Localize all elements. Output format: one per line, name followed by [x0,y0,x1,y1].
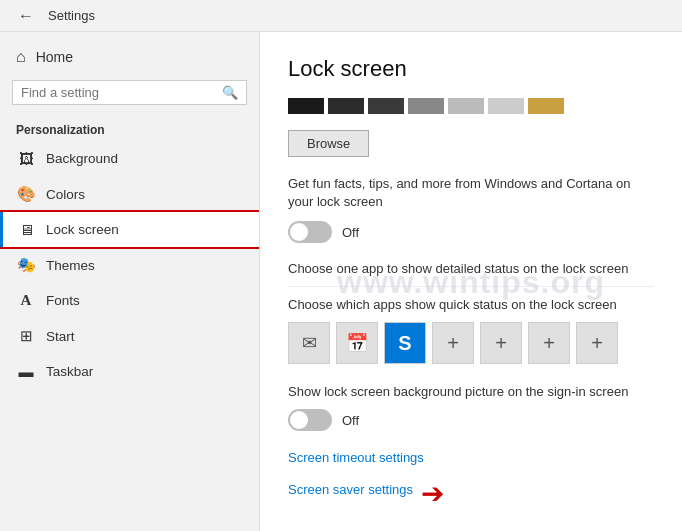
toggle2-label: Off [342,413,359,428]
back-icon: ← [18,7,34,25]
start-icon: ⊞ [16,327,36,345]
red-arrow-icon: ➔ [421,477,444,510]
fonts-label: Fonts [46,293,80,308]
main-layout: ⌂ Home 🔍 Personalization 🖼 Background 🎨 … [0,32,682,531]
lock-screen-icon: 🖥 [16,221,36,238]
taskbar-icon: ▬ [16,363,36,380]
sidebar-item-taskbar[interactable]: ▬ Taskbar [0,354,259,389]
themes-label: Themes [46,258,95,273]
toggle1-row: Off [288,221,654,243]
background-icon: 🖼 [16,150,36,167]
sidebar-item-fonts[interactable]: A Fonts [0,283,259,318]
app-icon-calendar[interactable]: 📅 [336,322,378,364]
app-icon-mail[interactable]: ✉ [288,322,330,364]
swatch-6 [488,98,524,114]
swatch-1 [288,98,324,114]
detailed-status-label: Choose one app to show detailed status o… [288,261,654,276]
content-area: www.wintips.org Lock screen Browse Get f… [260,32,682,531]
screen-saver-link[interactable]: Screen saver settings [288,482,413,497]
screen-timeout-link[interactable]: Screen timeout settings [288,450,424,465]
app-icons-row: ✉ 📅 S + + + + [288,322,654,364]
search-box: 🔍 [12,80,247,105]
sidebar-item-start[interactable]: ⊞ Start [0,318,259,354]
start-label: Start [46,329,75,344]
quick-status-label: Choose which apps show quick status on t… [288,297,654,312]
taskbar-label: Taskbar [46,364,93,379]
toggle2[interactable] [288,409,332,431]
swatch-5 [448,98,484,114]
fonts-icon: A [16,292,36,309]
lock-screen-label: Lock screen [46,222,119,237]
themes-icon: 🎭 [16,256,36,274]
toggle2-row: Off [288,409,654,431]
colors-icon: 🎨 [16,185,36,203]
colors-label: Colors [46,187,85,202]
swatch-7 [528,98,564,114]
app-icon-add-1[interactable]: + [432,322,474,364]
links-section: Screen timeout settings Screen saver set… [288,449,654,510]
home-label: Home [36,49,73,65]
app-icon-add-4[interactable]: + [576,322,618,364]
browse-button[interactable]: Browse [288,130,369,157]
app-icon-add-3[interactable]: + [528,322,570,364]
personalization-header: Personalization [0,115,259,141]
divider1 [288,286,654,287]
toggle2-knob [290,411,308,429]
sidebar-item-background[interactable]: 🖼 Background [0,141,259,176]
toggle1-knob [290,223,308,241]
sidebar: ⌂ Home 🔍 Personalization 🖼 Background 🎨 … [0,32,260,531]
back-button[interactable]: ← [12,2,40,30]
sign-in-label: Show lock screen background picture on t… [288,384,654,399]
swatch-2 [328,98,364,114]
app-icon-skype[interactable]: S [384,322,426,364]
sidebar-item-themes[interactable]: 🎭 Themes [0,247,259,283]
color-swatches-row [288,98,654,114]
titlebar-title: Settings [48,8,95,23]
search-icon: 🔍 [222,85,238,100]
titlebar: ← Settings [0,0,682,32]
toggle1-label: Off [342,225,359,240]
sidebar-item-colors[interactable]: 🎨 Colors [0,176,259,212]
search-input[interactable] [21,85,222,100]
swatch-3 [368,98,404,114]
background-label: Background [46,151,118,166]
toggle1[interactable] [288,221,332,243]
page-title: Lock screen [288,56,654,82]
tips-description: Get fun facts, tips, and more from Windo… [288,175,654,211]
swatch-4 [408,98,444,114]
sidebar-item-home[interactable]: ⌂ Home [0,40,259,74]
sidebar-item-lock-screen[interactable]: 🖥 Lock screen [0,212,259,247]
app-icon-add-2[interactable]: + [480,322,522,364]
home-icon: ⌂ [16,48,26,66]
